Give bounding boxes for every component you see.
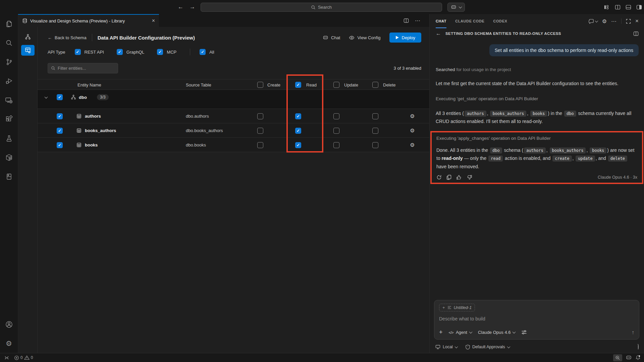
remote-indicator-icon[interactable] bbox=[4, 356, 9, 360]
update-checkbox[interactable] bbox=[333, 128, 339, 134]
toggle-secondary-sidebar-icon[interactable] bbox=[636, 5, 642, 10]
row-checkbox[interactable] bbox=[57, 128, 63, 134]
api-builder-config-icon[interactable] bbox=[21, 45, 35, 56]
row-settings-gear-icon[interactable]: ⚙ bbox=[410, 109, 415, 123]
delete-checkbox[interactable] bbox=[372, 142, 378, 148]
editor-more-actions-icon[interactable]: ⋯ bbox=[415, 17, 421, 24]
chat-prompt-input[interactable] bbox=[439, 316, 634, 321]
entity-name: authors bbox=[85, 109, 101, 123]
tab-claude-code[interactable]: CLAUDE CODE bbox=[455, 14, 484, 28]
file-list-icon bbox=[447, 306, 451, 309]
back-to-schema-button[interactable]: ← Back to Schema bbox=[48, 35, 87, 40]
mode-picker[interactable]: </> Agent bbox=[449, 330, 472, 335]
mcp-checkbox[interactable] bbox=[157, 49, 163, 55]
search-sidebar-icon[interactable] bbox=[0, 33, 18, 52]
tools-sliders-icon[interactable] bbox=[521, 330, 527, 335]
col-delete: Delete bbox=[383, 79, 396, 90]
filter-entities-input[interactable] bbox=[48, 63, 118, 73]
context-chip-untitled[interactable]: + Untitled-1 bbox=[439, 304, 475, 311]
copilot-status-icon[interactable] bbox=[626, 355, 632, 360]
tab-chat[interactable]: CHAT bbox=[436, 14, 446, 28]
read-checkbox[interactable] bbox=[295, 113, 301, 119]
problems-status[interactable]: 0 0 bbox=[14, 355, 33, 360]
all-checkbox[interactable] bbox=[200, 49, 206, 55]
maximize-panel-icon[interactable] bbox=[626, 19, 631, 24]
create-checkbox[interactable] bbox=[257, 113, 263, 119]
header-read-checkbox[interactable] bbox=[295, 82, 301, 88]
activity-bar: ⚙ bbox=[0, 14, 18, 353]
testing-beaker-icon[interactable] bbox=[0, 129, 18, 148]
session-back-icon[interactable]: ← bbox=[436, 31, 441, 37]
row-checkbox[interactable] bbox=[57, 142, 63, 148]
toggle-panel-icon[interactable] bbox=[626, 5, 631, 10]
zoom-status-icon[interactable] bbox=[613, 354, 622, 361]
retry-icon[interactable] bbox=[436, 175, 442, 180]
graphql-checkbox[interactable] bbox=[117, 49, 123, 55]
session-spinner bbox=[637, 345, 639, 349]
environment-picker[interactable]: Local bbox=[435, 345, 458, 349]
row-checkbox[interactable] bbox=[57, 113, 63, 119]
source-control-icon[interactable] bbox=[0, 52, 18, 71]
chevron-down-icon bbox=[513, 330, 516, 334]
thumbs-down-icon[interactable] bbox=[467, 175, 472, 180]
rest-api-checkbox[interactable] bbox=[75, 49, 81, 55]
update-checkbox[interactable] bbox=[333, 113, 339, 119]
open-session-editor-icon[interactable] bbox=[633, 31, 639, 36]
run-debug-icon[interactable] bbox=[0, 71, 18, 90]
database-project-icon[interactable] bbox=[0, 167, 18, 186]
chat-settings-gear-icon[interactable]: ⚙ bbox=[602, 18, 607, 24]
response-model-meta: Claude Opus 4.6 · 3x bbox=[598, 175, 637, 180]
accounts-icon[interactable] bbox=[0, 315, 18, 334]
tab-codex[interactable]: CODEX bbox=[493, 14, 507, 28]
nav-forward-icon[interactable]: → bbox=[190, 4, 195, 10]
header-create-checkbox[interactable] bbox=[257, 82, 263, 88]
designer-side-toolbar bbox=[18, 27, 38, 353]
nav-back-icon[interactable]: ← bbox=[178, 4, 183, 10]
copy-icon[interactable] bbox=[446, 175, 451, 180]
create-checkbox[interactable] bbox=[257, 142, 263, 148]
schema-designer-icon[interactable] bbox=[22, 32, 34, 42]
split-editor-right-icon[interactable] bbox=[404, 18, 409, 23]
approvals-picker[interactable]: Default Approvals bbox=[466, 345, 510, 350]
split-editor-icon[interactable] bbox=[615, 5, 621, 10]
tab-visualize-design-schema[interactable]: Visualize and Design Schema (Preview) - … bbox=[18, 14, 159, 27]
customize-layout-icon[interactable] bbox=[604, 5, 610, 10]
read-checkbox[interactable] bbox=[295, 142, 301, 148]
model-picker[interactable]: Claude Opus 4.6 bbox=[478, 330, 516, 335]
notifications-bell-icon[interactable] bbox=[635, 355, 641, 360]
delete-checkbox[interactable] bbox=[372, 113, 378, 119]
source-table: dbo.books bbox=[186, 138, 206, 152]
create-checkbox[interactable] bbox=[257, 128, 263, 134]
chat-button[interactable]: Chat bbox=[323, 35, 340, 40]
new-chat-dropdown[interactable] bbox=[589, 19, 598, 24]
tab-close-icon[interactable]: × bbox=[152, 18, 155, 24]
chat-input-box[interactable]: + Untitled-1 + </> Agent Claude Opus 4.6 bbox=[434, 300, 639, 340]
close-panel-icon[interactable]: × bbox=[635, 18, 639, 24]
attach-plus-icon[interactable]: + bbox=[439, 329, 443, 336]
collapse-chevron-icon[interactable] bbox=[45, 90, 47, 105]
settings-gear-icon[interactable]: ⚙ bbox=[0, 334, 18, 353]
entities-table: Entity Name Source Table Create Read Upd… bbox=[38, 79, 429, 152]
explorer-icon[interactable] bbox=[0, 14, 18, 33]
view-config-button[interactable]: View Config bbox=[349, 35, 380, 40]
header-delete-checkbox[interactable] bbox=[372, 82, 378, 88]
copilot-menu-button[interactable] bbox=[447, 3, 465, 12]
assistant-paragraph: Done. All 3 entities in the dbo schema (… bbox=[436, 146, 637, 171]
chat-more-actions-icon[interactable]: ⋯ bbox=[611, 18, 617, 24]
header-update-checkbox[interactable] bbox=[333, 82, 339, 88]
row-settings-gear-icon[interactable]: ⚙ bbox=[410, 123, 415, 138]
thumbs-up-icon[interactable] bbox=[456, 175, 462, 180]
chat-message-list[interactable]: Set all entities in the dbo schema to pe… bbox=[430, 44, 644, 184]
update-checkbox[interactable] bbox=[333, 142, 339, 148]
package-cube-icon[interactable] bbox=[0, 148, 18, 167]
group-checkbox[interactable] bbox=[57, 94, 63, 100]
send-icon[interactable]: ↑ bbox=[632, 329, 634, 336]
command-center-search[interactable]: Search bbox=[201, 3, 442, 12]
extensions-icon[interactable] bbox=[0, 110, 18, 129]
deploy-button[interactable]: Deploy bbox=[389, 33, 421, 43]
read-checkbox[interactable] bbox=[295, 128, 301, 134]
row-settings-gear-icon[interactable]: ⚙ bbox=[410, 138, 415, 152]
database-design-icon bbox=[22, 18, 28, 23]
remote-explorer-icon[interactable] bbox=[0, 90, 18, 110]
delete-checkbox[interactable] bbox=[372, 128, 378, 134]
